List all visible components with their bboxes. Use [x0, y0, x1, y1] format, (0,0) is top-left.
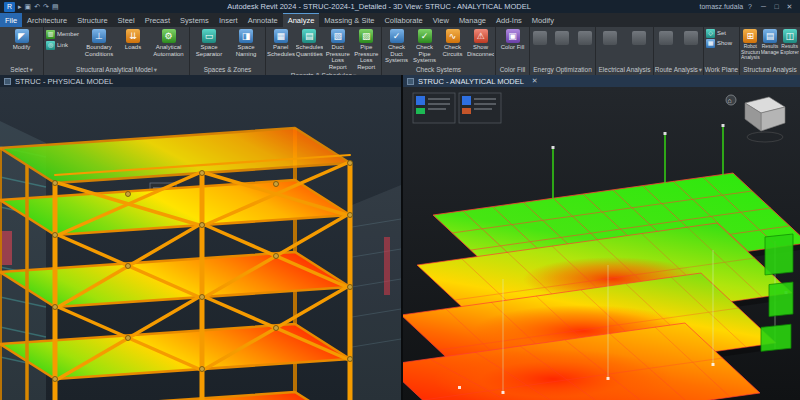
loads-icon: ⇊ [126, 29, 140, 43]
results-explorer-icon: ◫ [783, 29, 797, 43]
tab-file[interactable]: File [0, 13, 22, 27]
panel-reports-schedules: ▦ Panel Schedules ▤ Schedules/ Quantitie… [266, 27, 382, 75]
panel-label-structural-analysis: Structural Analysis [740, 64, 800, 75]
tab-addins[interactable]: Add-Ins [491, 13, 527, 27]
results-explorer-button[interactable]: ◫ Results Explorer [780, 28, 799, 64]
panel-label-route-analysis: Route Analysis▾ [654, 64, 703, 75]
modify-cursor-icon: ◤ [15, 29, 29, 43]
view-icon [4, 78, 11, 85]
duct-pressure-loss-report-button[interactable]: ▧ Duct Pressure Loss Report [324, 28, 352, 70]
open-icon[interactable]: ▸ [18, 0, 22, 13]
panel-work-plane: ◇ Set ▦ Show Work Plane [704, 27, 740, 75]
analytical-model-canvas[interactable]: ⌂ [403, 87, 800, 400]
tab-view[interactable]: View [428, 13, 454, 27]
dropdown-icon[interactable]: ▾ [154, 66, 157, 73]
dropdown-icon[interactable]: ▾ [699, 66, 702, 73]
view-area: STRUC - PHYSICAL MODEL [0, 75, 800, 400]
panel-label-color-fill: Color Fill [496, 64, 529, 75]
link-button[interactable]: ◎ Link [45, 41, 80, 50]
tab-collaborate[interactable]: Collaborate [379, 13, 427, 27]
space-naming-icon: ◨ [239, 29, 253, 43]
restore-button[interactable]: □ [770, 3, 783, 11]
check-circuits-button[interactable]: ∿ Check Circuits [439, 28, 466, 64]
path-of-travel-icon[interactable] [659, 31, 673, 45]
tab-precast[interactable]: Precast [140, 13, 175, 27]
panel-schedules-button[interactable]: ▦ Panel Schedules [267, 28, 295, 70]
member-icon: ▥ [46, 30, 55, 39]
route-settings-icon[interactable] [684, 31, 698, 45]
pipe-pressure-loss-report-button[interactable]: ▨ Pipe Pressure Loss Report [353, 28, 381, 70]
analytical-automation-icon: ⚙ [162, 29, 176, 43]
viewport-title-physical[interactable]: STRUC - PHYSICAL MODEL [0, 75, 401, 87]
show-work-plane-button[interactable]: ▦ Show [705, 39, 738, 48]
duct-pressure-loss-report-icon: ▧ [331, 29, 345, 43]
tab-insert[interactable]: Insert [214, 13, 243, 27]
loads-button[interactable]: ⇊ Loads [118, 28, 148, 64]
panel-energy-optimization: Energy Optimization [530, 27, 596, 75]
check-pipe-systems-icon: ✓ [418, 29, 432, 43]
results-manager-icon: ▤ [763, 29, 777, 43]
signed-in-user[interactable]: tomasz.fudala [700, 3, 744, 10]
show-disconnects-button[interactable]: ⚠ Show Disconnects [467, 28, 494, 64]
pipe-pressure-loss-report-icon: ▨ [359, 29, 373, 43]
tab-systems[interactable]: Systems [175, 13, 214, 27]
tab-steel[interactable]: Steel [113, 13, 140, 27]
panel-color-fill: ▣ Color Fill Color Fill [496, 27, 530, 75]
modify-button[interactable]: ◤ Modify [1, 28, 42, 64]
energy-settings-icon[interactable] [533, 31, 547, 45]
check-pipe-systems-button[interactable]: ✓ Check Pipe Systems [411, 28, 438, 64]
schedules-quantities-button[interactable]: ▤ Schedules/ Quantities [296, 28, 324, 70]
optimize-icon[interactable] [578, 31, 592, 45]
boundary-conditions-button[interactable]: ⊥ Boundary Conditions [81, 28, 117, 64]
panel-label-work-plane: Work Plane [704, 64, 739, 75]
analytical-automation-button[interactable]: ⚙ Analytical Automation [149, 28, 188, 64]
power-analytics-icon[interactable] [632, 31, 646, 45]
tab-modify[interactable]: Modify [527, 13, 559, 27]
panel-structural-analysis: ⊞ Robot Structural Analysis ▤ Results Ma… [740, 27, 800, 75]
window-controls: ─ □ ✕ [757, 3, 796, 11]
redo-icon[interactable]: ↷ [43, 0, 49, 13]
save-icon[interactable]: ▣ [25, 0, 32, 13]
tab-analyze[interactable]: Analyze [283, 13, 320, 27]
member-button[interactable]: ▥ Member [45, 30, 80, 39]
tab-structure[interactable]: Structure [72, 13, 112, 27]
minimize-button[interactable]: ─ [757, 3, 770, 11]
ribbon-tab-bar: File Architecture Structure Steel Precas… [0, 13, 800, 27]
schedules-quantities-icon: ▤ [302, 29, 316, 43]
space-naming-button[interactable]: ◨ Space Naming [228, 28, 264, 64]
results-manager-button[interactable]: ▤ Results Manager [761, 28, 780, 64]
panel-route-analysis: Route Analysis▾ [654, 27, 704, 75]
check-duct-systems-button[interactable]: ✓ Check Duct Systems [383, 28, 410, 64]
show-work-plane-icon: ▦ [706, 39, 715, 48]
tab-massing-site[interactable]: Massing & Site [319, 13, 379, 27]
ribbon: ◤ Modify Select▾ ▥ Member ◎ Link ⊥ Boun [0, 27, 800, 75]
panel-label-spaces-zones: Spaces & Zones [190, 64, 265, 75]
tab-annotate[interactable]: Annotate [243, 13, 283, 27]
space-separator-button[interactable]: ▭ Space Separator [191, 28, 227, 64]
undo-icon[interactable]: ↶ [34, 0, 40, 13]
panel-electrical-analysis: Electrical Analysis [596, 27, 654, 75]
panel-label-select: Select▾ [0, 64, 43, 75]
panel-spaces-zones: ▭ Space Separator ◨ Space Naming Spaces … [190, 27, 266, 75]
quick-access-toolbar: R ▸ ▣ ↶ ↷ ▤ [4, 0, 59, 13]
panel-select: ◤ Modify Select▾ [0, 27, 44, 75]
physical-model-canvas[interactable] [0, 87, 401, 400]
panel-label-check-systems: Check Systems [382, 64, 495, 75]
revit-logo-icon[interactable]: R [4, 2, 15, 12]
check-duct-systems-icon: ✓ [390, 29, 404, 43]
close-button[interactable]: ✕ [783, 3, 796, 11]
set-work-plane-button[interactable]: ◇ Set [705, 29, 738, 38]
robot-structural-analysis-button[interactable]: ⊞ Robot Structural Analysis [741, 28, 760, 64]
tab-manage[interactable]: Manage [454, 13, 491, 27]
show-disconnects-icon: ⚠ [474, 29, 488, 43]
viewport-title-analytical[interactable]: STRUC - ANALYTICAL MODEL ✕ [403, 75, 800, 87]
color-fill-button[interactable]: ▣ Color Fill [497, 28, 528, 64]
tab-architecture[interactable]: Architecture [22, 13, 72, 27]
dropdown-icon[interactable]: ▾ [29, 66, 32, 73]
close-view-icon[interactable]: ✕ [532, 77, 538, 85]
electrical-settings-icon[interactable] [603, 31, 617, 45]
menu-icon[interactable]: ▤ [52, 0, 59, 13]
boundary-conditions-icon: ⊥ [92, 29, 106, 43]
help-icon[interactable]: ? [748, 3, 752, 10]
create-energy-model-icon[interactable] [555, 31, 569, 45]
